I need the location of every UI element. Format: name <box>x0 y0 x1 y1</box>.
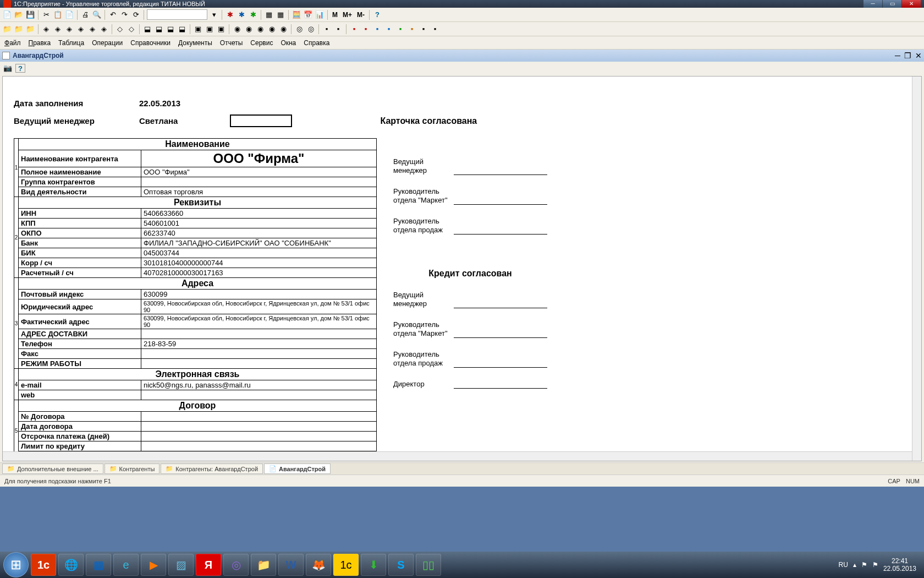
window-tab[interactable]: 📁Дополнительные внешние ... <box>2 464 103 474</box>
tray-flag-icon[interactable]: ⚑ <box>861 561 867 569</box>
tool-icon[interactable]: ◈ <box>53 24 63 34</box>
tray-lang[interactable]: RU <box>839 561 848 569</box>
calc-icon[interactable]: 🧮 <box>292 10 301 20</box>
menu-service[interactable]: Сервис <box>250 39 273 47</box>
vertical-scrollbar[interactable] <box>912 77 921 461</box>
taskbar-app[interactable]: 1c <box>31 554 56 576</box>
menu-reports[interactable]: Отчеты <box>220 39 243 47</box>
tool-icon[interactable]: ▣ <box>205 24 215 34</box>
paste-icon[interactable]: 📄 <box>64 10 74 20</box>
taskbar-app[interactable]: W <box>278 554 304 576</box>
menu-edit[interactable]: Правка <box>29 39 51 47</box>
taskbar-app[interactable]: 🌐 <box>58 554 84 576</box>
taskbar-app[interactable]: ◎ <box>223 554 249 576</box>
menu-windows[interactable]: Окна <box>280 39 296 47</box>
undo-icon[interactable]: ↶ <box>108 10 118 20</box>
menu-refs[interactable]: Справочники <box>130 39 170 47</box>
calendar-icon[interactable]: 📅 <box>303 10 313 20</box>
tool-icon[interactable]: ◉ <box>255 24 265 34</box>
window-tab[interactable]: 📁Контрагенты <box>105 464 160 474</box>
copy-icon[interactable]: 📋 <box>53 10 63 20</box>
tray-icon[interactable]: ▴ <box>853 561 856 569</box>
taskbar-app[interactable]: 📁 <box>251 554 276 576</box>
tool-icon[interactable]: ⬓ <box>142 24 152 34</box>
action-icon[interactable]: ✱ <box>248 10 258 20</box>
tool-icon[interactable]: ▪ <box>333 24 343 34</box>
tool-icon[interactable]: ◎ <box>294 24 304 34</box>
tab-close-button[interactable]: ✕ <box>915 51 922 60</box>
tool-icon[interactable]: ◈ <box>87 24 97 34</box>
taskbar-app[interactable]: ▯▯ <box>416 554 441 576</box>
tool-icon[interactable]: ⬓ <box>166 24 175 34</box>
tool-icon[interactable]: ▪ <box>419 24 428 34</box>
tool-icon[interactable]: ▪ <box>349 24 359 34</box>
taskbar-app[interactable]: ⬇ <box>361 554 386 576</box>
tool-icon[interactable]: ◎ <box>306 24 316 34</box>
tool-icon[interactable]: ◇ <box>115 24 125 34</box>
start-button[interactable]: ⊞ <box>3 552 29 577</box>
tab-minimize-button[interactable]: ─ <box>895 51 900 60</box>
tool-icon[interactable]: ◈ <box>64 24 74 34</box>
tool-icon[interactable]: ▪ <box>430 24 440 34</box>
taskbar-app[interactable]: ▶ <box>141 554 166 576</box>
action-icon[interactable]: ✱ <box>237 10 246 20</box>
find-icon[interactable]: 🔍 <box>92 10 102 20</box>
tool-icon[interactable]: 📁 <box>25 24 35 34</box>
tool-icon[interactable]: ◈ <box>99 24 109 34</box>
help-icon[interactable]: ? <box>372 10 382 20</box>
tool-icon[interactable]: ◉ <box>244 24 254 34</box>
tool-icon[interactable]: ▪ <box>372 24 382 34</box>
report-viewport[interactable]: Дата заполнения 22.05.2013 Ведущий менед… <box>2 76 922 461</box>
grid-icon[interactable]: ▦ <box>276 10 285 20</box>
menu-help[interactable]: Справка <box>304 39 329 47</box>
cut-icon[interactable]: ✂ <box>41 10 51 20</box>
grid-icon[interactable]: ▦ <box>264 10 274 20</box>
taskbar-app[interactable]: ▨ <box>168 554 194 576</box>
new-icon[interactable]: 📄 <box>2 10 12 20</box>
tray-flag-icon[interactable]: ⚑ <box>872 561 878 569</box>
tray-clock[interactable]: 22:41 22.05.2013 <box>883 557 916 572</box>
help-icon[interactable]: ? <box>15 64 25 73</box>
horizontal-scrollbar[interactable] <box>3 451 912 461</box>
close-button[interactable]: ✕ <box>902 0 921 8</box>
tool-icon[interactable]: ◉ <box>267 24 277 34</box>
camera-icon[interactable]: 📷 <box>3 64 12 73</box>
minimize-button[interactable]: ─ <box>864 0 882 8</box>
tool-icon[interactable]: ▪ <box>322 24 332 34</box>
tool-icon[interactable]: ▪ <box>407 24 417 34</box>
refresh-icon[interactable]: ⟳ <box>131 10 141 20</box>
memory-mplus-button[interactable]: M+ <box>341 11 354 19</box>
taskbar-app[interactable]: Я <box>196 554 221 576</box>
tool-icon[interactable]: ◈ <box>76 24 86 34</box>
menu-table[interactable]: Таблица <box>58 39 84 47</box>
memory-mminus-button[interactable]: M- <box>355 11 366 19</box>
memory-m-button[interactable]: M <box>331 11 339 19</box>
tool-icon[interactable]: ▪ <box>361 24 371 34</box>
tool-icon[interactable]: 📁 <box>14 24 24 34</box>
taskbar-app[interactable]: ▦ <box>86 554 111 576</box>
action-icon[interactable]: ✱ <box>225 10 235 20</box>
open-icon[interactable]: 📂 <box>14 10 24 20</box>
tool-icon[interactable]: ◇ <box>127 24 136 34</box>
tool-icon[interactable]: ▣ <box>216 24 226 34</box>
tool-icon[interactable]: ⬓ <box>177 24 187 34</box>
tool-icon[interactable]: ▣ <box>193 24 203 34</box>
menu-operations[interactable]: Операции <box>92 39 123 47</box>
tool-icon[interactable]: 📁 <box>2 24 12 34</box>
menu-docs[interactable]: Документы <box>178 39 212 47</box>
tool-icon[interactable]: ▪ <box>395 24 405 34</box>
window-tab-active[interactable]: 📄АвангардСтрой <box>264 464 331 474</box>
taskbar-app[interactable]: S <box>388 554 414 576</box>
print-icon[interactable]: 🖨 <box>80 10 90 20</box>
tool-icon[interactable]: ▪ <box>384 24 394 34</box>
tool-icon[interactable]: 📊 <box>315 10 324 20</box>
tab-restore-button[interactable]: ❐ <box>904 51 911 60</box>
menu-file[interactable]: Файл <box>4 39 21 47</box>
tool-icon[interactable]: ◉ <box>232 24 242 34</box>
tool-icon[interactable]: ◉ <box>278 24 288 34</box>
dropdown-icon[interactable]: ▾ <box>209 10 219 20</box>
tool-icon[interactable]: ◈ <box>41 24 51 34</box>
taskbar-app[interactable]: e <box>113 554 139 576</box>
redo-icon[interactable]: ↷ <box>119 10 129 20</box>
toolbar-search-input[interactable] <box>147 9 207 20</box>
